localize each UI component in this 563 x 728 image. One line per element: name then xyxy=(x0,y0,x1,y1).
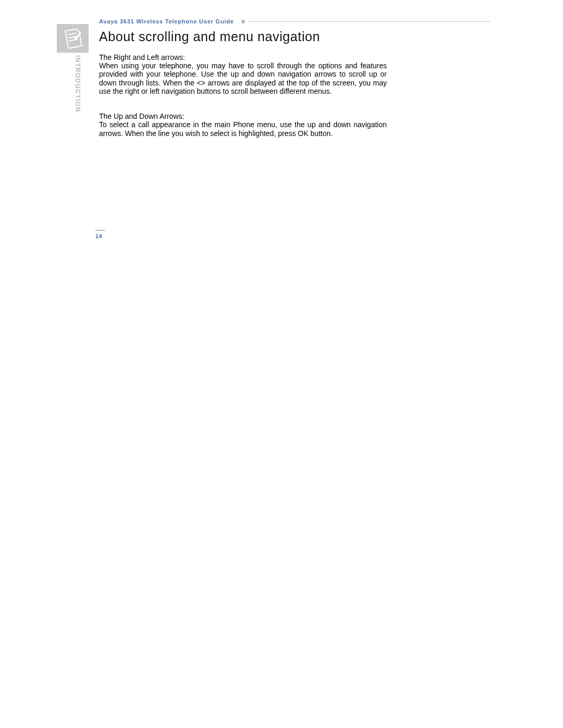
page-title: About scrolling and menu navigation xyxy=(99,29,320,44)
paragraph-1: When using your telephone, you may have … xyxy=(99,61,387,95)
header-rule xyxy=(248,21,490,22)
paragraph-2-label: The Up and Down Arrows: xyxy=(99,112,387,120)
header-dot-icon xyxy=(241,20,245,23)
note-checklist-icon xyxy=(57,24,89,53)
guide-title: Avaya 3631 Wireless Telephone User Guide xyxy=(99,18,234,24)
paragraph-1-label: The Right and Left arrows: xyxy=(99,53,387,61)
paragraph-2: To select a call appearance in the main … xyxy=(99,120,387,137)
document-page: Avaya 3631 Wireless Telephone User Guide… xyxy=(0,0,563,728)
section-label: INTRODUCTION xyxy=(74,55,81,113)
running-header: Avaya 3631 Wireless Telephone User Guide xyxy=(99,18,490,25)
page-number-rule xyxy=(95,230,105,231)
page-number: 14 xyxy=(95,233,102,239)
body-content: The Right and Left arrows: When using yo… xyxy=(99,53,387,138)
